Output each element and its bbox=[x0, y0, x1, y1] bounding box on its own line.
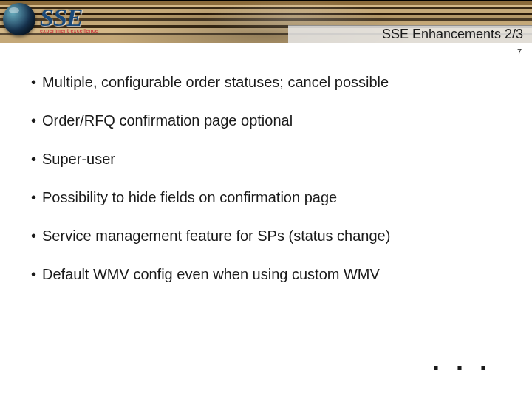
bullet-text: Multiple, configurable order statuses; c… bbox=[42, 74, 389, 91]
bullet-text: Order/RFQ confirmation page optional bbox=[42, 112, 293, 129]
bullet-text: Service management feature for SPs (stat… bbox=[42, 228, 390, 245]
continuation-ellipsis: . . . bbox=[432, 355, 491, 368]
bullet-icon: • bbox=[31, 74, 36, 90]
bullet-text: Default WMV config even when using custo… bbox=[42, 266, 380, 283]
bullet-icon: • bbox=[31, 189, 36, 205]
list-item: • Multiple, configurable order statuses;… bbox=[31, 74, 502, 91]
bullet-icon: • bbox=[31, 228, 36, 244]
logo: SSE experiment excellence bbox=[0, 0, 118, 42]
list-item: • Service management feature for SPs (st… bbox=[31, 228, 502, 245]
bullet-icon: • bbox=[31, 112, 36, 129]
page-number: 7 bbox=[517, 47, 522, 56]
content-area: • Multiple, configurable order statuses;… bbox=[31, 74, 502, 304]
list-item: • Default WMV config even when using cus… bbox=[31, 266, 502, 283]
header-banner: SSE experiment excellence SSE Enhancemen… bbox=[0, 0, 532, 43]
bullet-text: Super-user bbox=[42, 151, 115, 168]
logo-main: SSE bbox=[40, 5, 98, 30]
slide-title: SSE Enhancements 2/3 bbox=[382, 27, 523, 42]
list-item: • Super-user bbox=[31, 151, 502, 168]
list-item: • Order/RFQ confirmation page optional bbox=[31, 112, 502, 129]
globe-icon bbox=[3, 3, 35, 35]
bullet-text: Possibility to hide fields on confirmati… bbox=[42, 189, 337, 206]
title-strip: SSE Enhancements 2/3 bbox=[288, 25, 532, 43]
bullet-icon: • bbox=[31, 151, 36, 167]
list-item: • Possibility to hide fields on confirma… bbox=[31, 189, 502, 206]
bullet-icon: • bbox=[31, 266, 36, 282]
logo-text: SSE experiment excellence bbox=[40, 5, 98, 33]
logo-tagline: experiment excellence bbox=[40, 28, 98, 33]
